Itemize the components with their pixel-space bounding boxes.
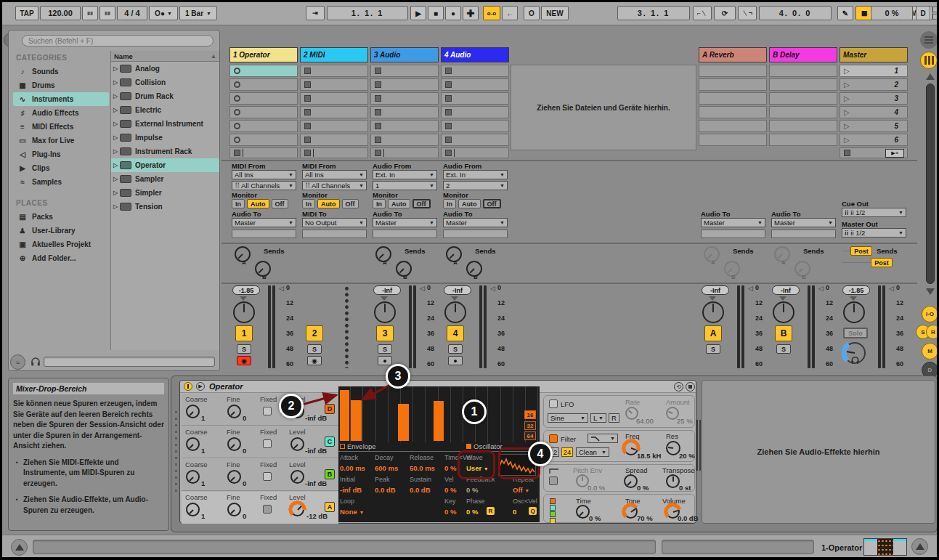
sustain-field[interactable]: 0.0 dB	[410, 486, 431, 494]
pitch-env-checkbox[interactable]	[549, 476, 558, 485]
disclosure-triangle-icon[interactable]: ▷	[111, 203, 120, 210]
input-gain-slider[interactable]	[373, 230, 437, 238]
show-info-toggle[interactable]	[11, 539, 28, 556]
solo-button[interactable]: S	[448, 344, 463, 354]
time-knob[interactable]	[576, 505, 590, 519]
lfo-wave-menu[interactable]: Sine▼	[548, 413, 588, 423]
oscillator-tab[interactable]: Oscillator	[473, 442, 503, 450]
attack-field[interactable]: 0.00 ms	[340, 464, 365, 472]
clip-slot[interactable]	[370, 78, 439, 91]
clip-slot[interactable]	[370, 106, 439, 118]
disclosure-triangle-icon[interactable]: ▷	[111, 134, 120, 141]
clip-slot[interactable]	[300, 134, 368, 146]
disclosure-triangle-icon[interactable]: ▷	[111, 79, 120, 86]
sidebar-place[interactable]: ▣Aktuelles Projekt	[13, 238, 109, 251]
save-preset-icon[interactable]	[686, 382, 695, 391]
clip-stop-icon[interactable]	[445, 81, 452, 88]
clip-stop-icon[interactable]	[445, 137, 452, 143]
lfo-retrigger-button[interactable]: R	[609, 413, 619, 423]
clip-slot[interactable]	[441, 106, 509, 118]
clip-stop-icon[interactable]	[375, 109, 381, 115]
input-type-menu[interactable]: Ext. In▼	[373, 170, 437, 179]
loop-start-field[interactable]: 3. 1. 1	[617, 6, 690, 20]
clip-slot-empty[interactable]	[699, 92, 767, 105]
coarse-knob[interactable]	[186, 437, 200, 451]
partials-16-button[interactable]: 16	[524, 410, 536, 419]
clip-record-icon[interactable]	[234, 81, 240, 88]
fine-knob[interactable]	[227, 437, 241, 451]
monitor-switch[interactable]: InAutoOff	[443, 199, 501, 208]
harmonics-display[interactable]: 16 32 64	[338, 386, 540, 442]
volume-field[interactable]: -Inf	[444, 285, 471, 295]
scene-slot[interactable]: ▷6	[840, 134, 908, 146]
solo-button[interactable]: S	[378, 344, 392, 354]
disclosure-triangle-icon[interactable]: ▷	[111, 107, 120, 113]
show-device-chain-toggle[interactable]	[911, 538, 928, 555]
pan-knob[interactable]	[233, 301, 255, 323]
browser-item[interactable]: ▷Drum Rack	[111, 89, 219, 103]
input-gain-slider[interactable]	[771, 230, 836, 238]
punch-in-button[interactable]: ⌐﹨	[693, 6, 712, 20]
send-a-pre-post-toggle[interactable]: Post	[850, 246, 872, 256]
stop-all-clips-row[interactable]: ▶≡	[840, 147, 908, 158]
clip-slot-empty[interactable]	[699, 78, 767, 91]
input-type-menu[interactable]: All Ins▼	[302, 170, 367, 179]
sidebar-category[interactable]: ≈Samples	[13, 175, 109, 189]
clip-slot[interactable]	[370, 120, 439, 132]
search-input[interactable]	[22, 35, 214, 46]
track-header-audio3[interactable]: 3 Audio	[370, 47, 439, 62]
fixed-checkbox[interactable]	[263, 439, 272, 448]
osc-b-color-icon[interactable]	[550, 511, 556, 517]
clip-slot-empty[interactable]	[769, 120, 837, 132]
clip-stop-icon[interactable]	[375, 68, 381, 74]
disclosure-triangle-icon[interactable]: ▷	[111, 93, 120, 100]
clip-slot-empty[interactable]	[699, 106, 767, 118]
disclosure-triangle-icon[interactable]: ▷	[111, 65, 120, 72]
arm-button[interactable]: ●	[448, 356, 463, 365]
clip-slot[interactable]	[229, 106, 298, 118]
clip-record-icon[interactable]	[234, 95, 240, 102]
sidebar-category[interactable]: ≡MIDI Effects	[13, 120, 109, 134]
scene-slot[interactable]: ▷1	[840, 65, 908, 77]
transpose-knob[interactable]	[666, 474, 680, 488]
solo-button[interactable]: S	[776, 344, 791, 354]
disclosure-triangle-icon[interactable]: ▷	[111, 162, 120, 169]
fine-knob[interactable]	[227, 405, 241, 418]
scene-launch-icon[interactable]: ▷	[844, 137, 850, 144]
loop-length-field[interactable]: 4. 0. 0	[759, 6, 832, 20]
scene-slot[interactable]: ▷5	[840, 120, 908, 132]
clip-slot[interactable]	[229, 65, 298, 77]
initial-field[interactable]: -inf dB	[340, 486, 362, 494]
clip-slot[interactable]	[370, 65, 439, 77]
tone-knob[interactable]	[624, 505, 638, 519]
quantization-menu[interactable]: 1 Bar▼	[179, 6, 217, 20]
time-signature-field[interactable]: 4 / 4	[117, 6, 147, 20]
clip-stop-icon[interactable]	[445, 95, 452, 102]
output-menu[interactable]: No Output▼	[302, 218, 367, 227]
scroll-up-arrow[interactable]	[926, 73, 935, 80]
output-menu[interactable]: Master▼	[232, 218, 296, 227]
partial-bar[interactable]	[434, 401, 444, 441]
clip-stop-icon[interactable]	[375, 81, 381, 88]
filter-circuit-menu[interactable]: Clean▼	[576, 447, 609, 457]
tempo-field[interactable]: 120.00	[40, 6, 81, 20]
input-type-menu[interactable]: Ext. In▼	[443, 170, 508, 179]
timevel-field[interactable]: 0 %	[444, 464, 456, 472]
osc-a-color-icon[interactable]	[550, 518, 556, 524]
clip-slot[interactable]	[441, 92, 509, 105]
browser-item[interactable]: ▷Operator	[111, 158, 219, 172]
clip-slot[interactable]	[300, 78, 368, 91]
browser-item[interactable]: ▷External Instrument	[111, 117, 219, 131]
track-activator[interactable]: 3	[376, 325, 394, 341]
track-stop-row[interactable]	[370, 147, 439, 158]
clip-stop-icon[interactable]	[304, 81, 311, 88]
volume-field[interactable]: -1.85	[232, 285, 260, 295]
repeat-menu[interactable]: Off ▼	[513, 486, 529, 494]
clip-slot[interactable]	[229, 78, 298, 91]
session-drop-area[interactable]: Ziehen Sie Dateien und Geräte hierhin.	[511, 65, 696, 150]
release-field[interactable]: 50.0 ms	[410, 464, 435, 472]
osc-c-badge[interactable]: C	[325, 437, 335, 447]
mixer-panel-toggle-icon[interactable]	[920, 52, 938, 69]
coarse-knob[interactable]	[186, 470, 200, 484]
clip-record-icon[interactable]	[234, 123, 240, 129]
